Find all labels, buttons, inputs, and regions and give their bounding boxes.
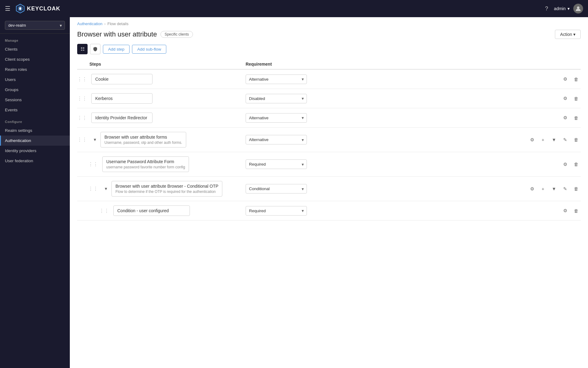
row-actions-bwuaf: ⚙ + ▼ ✎ 🗑 bbox=[513, 135, 581, 144]
step-desc-upaf: username password favorite number form c… bbox=[106, 165, 185, 169]
navbar: ☰ KEYCLOAK ? admin ▾ bbox=[0, 0, 588, 17]
requirement-bcotp: Alternative Required Conditional Disable… bbox=[246, 184, 513, 194]
drag-handle-cookie[interactable]: ⋮⋮ bbox=[77, 76, 87, 82]
realm-select[interactable]: dev-realm bbox=[5, 21, 65, 30]
sidebar-item-events[interactable]: Events bbox=[0, 105, 70, 115]
add-down-button-bcotp[interactable]: ▼ bbox=[549, 184, 559, 194]
action-label: Action bbox=[560, 32, 572, 37]
manage-section-title: Manage bbox=[0, 34, 70, 44]
drag-handle-bcotp[interactable]: ⋮⋮ bbox=[88, 186, 98, 192]
realm-selector[interactable]: dev-realm bbox=[0, 17, 70, 34]
steps-content-ipr: ⋮⋮ Identity Provider Redirector bbox=[77, 113, 246, 123]
requirement-select-wrapper-kerberos: Alternative Required Conditional Disable… bbox=[246, 94, 307, 103]
configure-section-title: Configure bbox=[0, 115, 70, 125]
flow-table-header: Steps Requirement bbox=[77, 59, 581, 70]
sidebar-item-realm-roles[interactable]: Realm roles bbox=[0, 64, 70, 75]
requirement-select-cuc[interactable]: Alternative Required Conditional Disable… bbox=[246, 206, 307, 216]
table-row: ⋮⋮ Kerberos Alternative Required Conditi… bbox=[77, 89, 581, 108]
chevron-bwuaf[interactable]: ▼ bbox=[91, 136, 99, 144]
edit-button-bwuaf[interactable]: ✎ bbox=[560, 135, 570, 144]
sidebar-item-sessions[interactable]: Sessions bbox=[0, 95, 70, 105]
step-title-cuc: Condition - user configured bbox=[117, 208, 186, 213]
settings-button-bwuaf[interactable]: ⚙ bbox=[527, 135, 537, 144]
requirement-select-kerberos[interactable]: Alternative Required Conditional Disable… bbox=[246, 94, 307, 103]
drag-handle-bwuaf[interactable]: ⋮⋮ bbox=[77, 137, 87, 143]
hamburger-icon[interactable]: ☰ bbox=[5, 5, 10, 12]
edit-button-bcotp[interactable]: ✎ bbox=[560, 184, 570, 194]
steps-content-cookie: ⋮⋮ Cookie bbox=[77, 74, 246, 84]
requirement-select-bcotp[interactable]: Alternative Required Conditional Disable… bbox=[246, 184, 307, 194]
requirement-select-ipr[interactable]: Alternative Required Conditional Disable… bbox=[246, 113, 307, 123]
requirement-kerberos: Alternative Required Conditional Disable… bbox=[246, 94, 513, 103]
action-dropdown-button[interactable]: Action ▾ bbox=[555, 30, 581, 39]
chevron-bcotp[interactable]: ▼ bbox=[102, 185, 110, 193]
add-step-button[interactable]: Add step bbox=[103, 45, 130, 54]
row-actions-kerberos: ⚙ 🗑 bbox=[513, 94, 581, 103]
keycloak-logo-icon bbox=[15, 4, 25, 13]
sidebar-item-users[interactable]: Users bbox=[0, 75, 70, 85]
user-menu[interactable]: admin ▾ bbox=[554, 6, 570, 11]
add-subflow-button[interactable]: Add sub-flow bbox=[132, 45, 166, 54]
sidebar: dev-realm Manage Clients Client scopes R… bbox=[0, 17, 70, 368]
settings-button-bcotp[interactable]: ⚙ bbox=[527, 184, 537, 194]
add-down-button-bwuaf[interactable]: ▼ bbox=[549, 135, 559, 144]
steps-content-upaf: ⋮⋮ Username Password Attribute Form user… bbox=[88, 156, 246, 172]
action-chevron-icon: ▾ bbox=[573, 32, 575, 37]
delete-button-bcotp[interactable]: 🗑 bbox=[571, 184, 581, 194]
step-box-bcotp: Browser with user attribute Browser - Co… bbox=[111, 181, 222, 197]
table-row: ⋮⋮ ▼ Browser with user attribute forms U… bbox=[77, 128, 581, 152]
grid-view-button[interactable]: ☷ bbox=[77, 44, 88, 54]
requirement-select-upaf[interactable]: Alternative Required Conditional Disable… bbox=[246, 159, 307, 169]
requirement-select-cookie[interactable]: Alternative Required Conditional Disable… bbox=[246, 75, 307, 84]
settings-button-upaf[interactable]: ⚙ bbox=[560, 160, 570, 169]
requirement-upaf: Alternative Required Conditional Disable… bbox=[246, 159, 513, 169]
table-row: ⋮⋮ Condition - user configured Alternati… bbox=[77, 201, 581, 220]
steps-content-bwuaf: ⋮⋮ ▼ Browser with user attribute forms U… bbox=[77, 132, 246, 148]
step-desc-bwuaf: Username, password, otp and other auth f… bbox=[104, 140, 182, 145]
logo-text: KEYCLOAK bbox=[27, 6, 60, 12]
user-name: admin bbox=[554, 6, 566, 11]
specific-clients-badge: Specific clients bbox=[160, 31, 193, 38]
add-button-bwuaf[interactable]: + bbox=[538, 135, 548, 144]
settings-button-cuc[interactable]: ⚙ bbox=[560, 206, 570, 215]
row-actions-upaf: ⚙ 🗑 bbox=[513, 160, 581, 169]
drag-handle-cuc[interactable]: ⋮⋮ bbox=[99, 208, 109, 214]
drag-handle-upaf[interactable]: ⋮⋮ bbox=[88, 161, 98, 167]
delete-button-cuc[interactable]: 🗑 bbox=[571, 206, 581, 215]
drag-handle-kerberos[interactable]: ⋮⋮ bbox=[77, 96, 87, 102]
delete-button-bwuaf[interactable]: 🗑 bbox=[571, 135, 581, 144]
step-box-cuc: Condition - user configured bbox=[113, 205, 190, 216]
sidebar-item-user-federation[interactable]: User federation bbox=[0, 156, 70, 166]
delete-button-upaf[interactable]: 🗑 bbox=[571, 160, 581, 169]
add-button-bcotp[interactable]: + bbox=[538, 184, 548, 194]
requirement-select-wrapper-bcotp: Alternative Required Conditional Disable… bbox=[246, 184, 307, 194]
sidebar-item-client-scopes[interactable]: Client scopes bbox=[0, 54, 70, 64]
sidebar-item-realm-settings[interactable]: Realm settings bbox=[0, 125, 70, 136]
requirement-select-bwuaf[interactable]: Alternative Required Conditional Disable… bbox=[246, 135, 307, 144]
steps-content-kerberos: ⋮⋮ Kerberos bbox=[77, 93, 246, 104]
page-header: Browser with user attribute Specific cli… bbox=[70, 26, 588, 44]
requirement-cookie: Alternative Required Conditional Disable… bbox=[246, 75, 513, 84]
sidebar-item-clients[interactable]: Clients bbox=[0, 44, 70, 54]
sidebar-item-identity-providers[interactable]: Identity providers bbox=[0, 146, 70, 156]
settings-button-cookie[interactable]: ⚙ bbox=[560, 75, 570, 84]
delete-button-kerberos[interactable]: 🗑 bbox=[571, 94, 581, 103]
help-icon[interactable]: ? bbox=[542, 4, 552, 13]
delete-button-cookie[interactable]: 🗑 bbox=[571, 75, 581, 84]
avatar[interactable] bbox=[573, 4, 583, 13]
logo: KEYCLOAK bbox=[15, 4, 60, 13]
svg-point-3 bbox=[577, 6, 579, 9]
step-title-kerberos: Kerberos bbox=[95, 96, 149, 101]
table-row: ⋮⋮ Identity Provider Redirector Alternat… bbox=[77, 108, 581, 128]
sidebar-item-groups[interactable]: Groups bbox=[0, 85, 70, 95]
drag-handle-ipr[interactable]: ⋮⋮ bbox=[77, 115, 87, 121]
sidebar-item-authentication[interactable]: Authentication bbox=[0, 136, 70, 146]
settings-button-ipr[interactable]: ⚙ bbox=[560, 113, 570, 122]
breadcrumb-parent[interactable]: Authentication bbox=[77, 21, 102, 26]
delete-button-ipr[interactable]: 🗑 bbox=[571, 113, 581, 122]
settings-button-kerberos[interactable]: ⚙ bbox=[560, 94, 570, 103]
shield-view-button[interactable] bbox=[90, 44, 100, 54]
flow-table: Steps Requirement ⋮⋮ Cookie Alternative … bbox=[70, 59, 588, 220]
main-content: Authentication › Flow details Browser wi… bbox=[70, 17, 588, 368]
requirement-bwuaf: Alternative Required Conditional Disable… bbox=[246, 135, 513, 144]
